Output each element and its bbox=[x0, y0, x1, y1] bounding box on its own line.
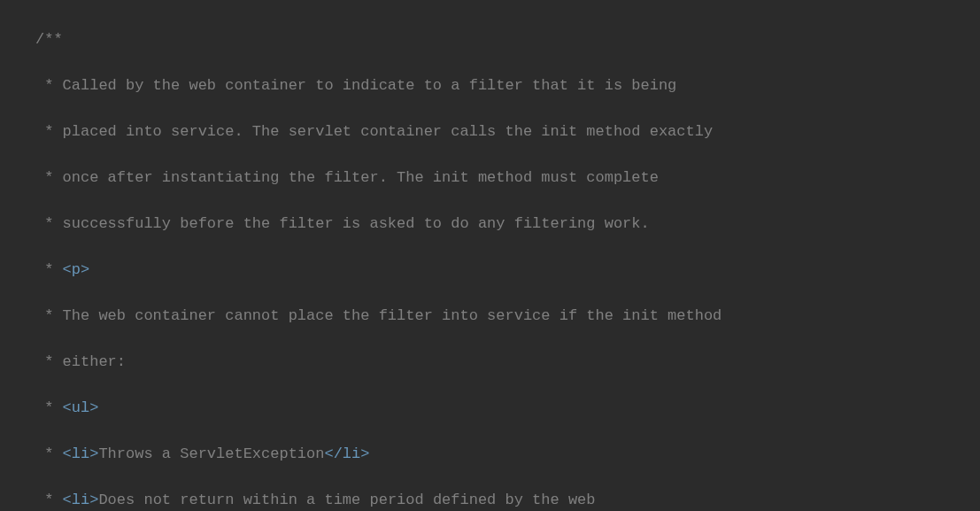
javadoc-line: * once after instantiating the filter. T… bbox=[35, 169, 659, 186]
html-tag-li-open: <li> bbox=[63, 445, 99, 462]
javadoc-line: * The web container cannot place the fil… bbox=[35, 307, 721, 324]
html-tag-p: <p> bbox=[63, 261, 90, 278]
javadoc-line: * Called by the web container to indicat… bbox=[35, 77, 676, 94]
html-tag-li-open: <li> bbox=[63, 492, 99, 508]
javadoc-line: * placed into service. The servlet conta… bbox=[35, 123, 713, 140]
javadoc-text: Throws a ServletException bbox=[98, 445, 324, 462]
javadoc-open: /** bbox=[35, 31, 63, 48]
javadoc-star: * bbox=[35, 445, 63, 462]
javadoc-star: * bbox=[35, 492, 63, 508]
html-tag-li-close: </li> bbox=[324, 445, 369, 462]
javadoc-line: * either: bbox=[35, 353, 126, 370]
code-editor[interactable]: /** * Called by the web container to ind… bbox=[0, 0, 980, 511]
html-tag-ul: <ul> bbox=[63, 399, 99, 416]
javadoc-star: * bbox=[35, 399, 63, 416]
javadoc-line: * successfully before the filter is aske… bbox=[35, 215, 650, 232]
javadoc-star: * bbox=[35, 261, 63, 278]
javadoc-text: Does not return within a time period def… bbox=[98, 492, 595, 508]
